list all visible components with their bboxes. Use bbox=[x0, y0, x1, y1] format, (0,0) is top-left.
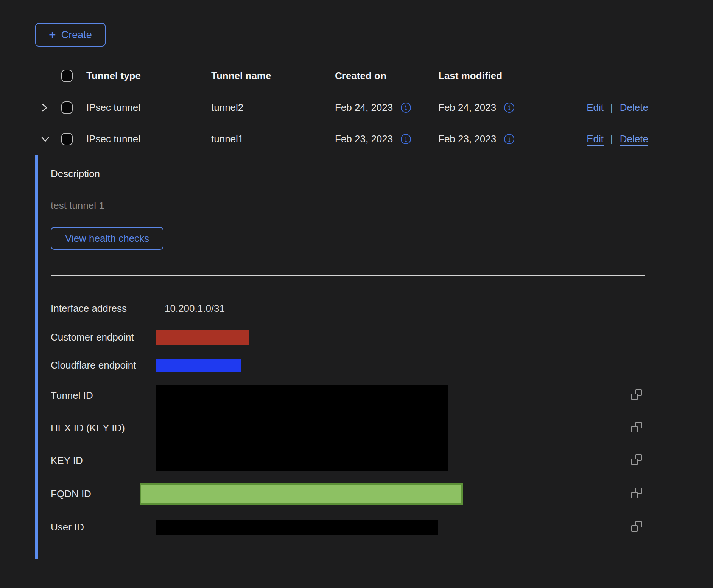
select-all-checkbox[interactable] bbox=[61, 70, 73, 82]
info-icon[interactable]: i bbox=[401, 134, 411, 144]
tunnel-type-cell: IPsec tunnel bbox=[86, 102, 211, 114]
cloudflare-endpoint-label: Cloudflare endpoint bbox=[51, 359, 156, 371]
tunnel-id-label: Tunnel ID bbox=[51, 390, 156, 401]
column-header-last-modified: Last modified bbox=[438, 70, 541, 82]
create-button[interactable]: + Create bbox=[35, 23, 106, 47]
customer-endpoint-label: Customer endpoint bbox=[51, 331, 156, 343]
info-icon[interactable]: i bbox=[504, 134, 514, 144]
info-icon[interactable]: i bbox=[401, 103, 411, 113]
created-on-cell: Feb 24, 2023 bbox=[335, 102, 393, 114]
column-header-created-on: Created on bbox=[335, 70, 438, 82]
cloudflare-endpoint-redacted-value bbox=[156, 359, 241, 372]
actions-separator: | bbox=[610, 102, 613, 114]
fqdn-id-redacted-value bbox=[140, 483, 463, 505]
tunnel-name-cell: tunnel2 bbox=[211, 102, 335, 114]
description-label: Description bbox=[51, 168, 660, 179]
actions-separator: | bbox=[610, 133, 613, 145]
table-row-tunnel2: IPsec tunnel tunnel2 Feb 24, 2023 i Feb … bbox=[35, 92, 660, 123]
delete-link[interactable]: Delete bbox=[620, 102, 648, 114]
plus-icon: + bbox=[49, 29, 56, 41]
key-id-label: KEY ID bbox=[51, 455, 156, 467]
user-id-redacted-value bbox=[156, 520, 438, 535]
column-header-tunnel-name: Tunnel name bbox=[211, 70, 335, 82]
copy-icon[interactable] bbox=[631, 521, 642, 532]
tunnel-detail-panel: Description test tunnel 1 View health ch… bbox=[35, 155, 660, 559]
table-bottom-divider bbox=[35, 559, 660, 559]
copy-icon[interactable] bbox=[631, 422, 642, 432]
copy-icon[interactable] bbox=[631, 454, 642, 465]
table-header: Tunnel type Tunnel name Created on Last … bbox=[35, 60, 660, 92]
detail-divider bbox=[51, 275, 645, 276]
hex-id-label: HEX ID (KEY ID) bbox=[51, 422, 156, 434]
table-row-tunnel1: IPsec tunnel tunnel1 Feb 23, 2023 i Feb … bbox=[35, 123, 660, 155]
chevron-down-icon[interactable] bbox=[40, 135, 50, 143]
tunnels-table: Tunnel type Tunnel name Created on Last … bbox=[35, 60, 660, 559]
column-header-tunnel-type: Tunnel type bbox=[86, 70, 211, 82]
description-value: test tunnel 1 bbox=[51, 200, 660, 211]
view-health-checks-button[interactable]: View health checks bbox=[51, 227, 163, 250]
created-on-cell: Feb 23, 2023 bbox=[335, 133, 393, 145]
copy-icon[interactable] bbox=[631, 488, 642, 498]
delete-link[interactable]: Delete bbox=[620, 133, 648, 145]
info-icon[interactable]: i bbox=[504, 103, 514, 113]
tunnel-fields: Interface address 10.200.1.0/31 Customer… bbox=[51, 294, 660, 543]
customer-endpoint-redacted-value bbox=[156, 330, 249, 345]
last-modified-cell: Feb 24, 2023 bbox=[438, 102, 496, 114]
tunnels-page: + Create Tunnel type Tunnel name Created… bbox=[0, 0, 713, 588]
last-modified-cell: Feb 23, 2023 bbox=[438, 133, 496, 145]
create-button-label: Create bbox=[61, 29, 92, 41]
edit-link[interactable]: Edit bbox=[587, 133, 604, 145]
copy-icon[interactable] bbox=[631, 389, 642, 400]
interface-address-label: Interface address bbox=[51, 303, 156, 314]
interface-address-value: 10.200.1.0/31 bbox=[156, 303, 631, 314]
tunnel-id-redacted-value bbox=[156, 385, 448, 471]
user-id-label: User ID bbox=[51, 521, 156, 533]
row-checkbox[interactable] bbox=[61, 133, 73, 145]
tunnel-type-cell: IPsec tunnel bbox=[86, 133, 211, 145]
chevron-right-icon[interactable] bbox=[40, 103, 49, 113]
row-checkbox[interactable] bbox=[61, 101, 73, 114]
tunnel-name-cell: tunnel1 bbox=[211, 133, 335, 145]
edit-link[interactable]: Edit bbox=[587, 102, 604, 114]
